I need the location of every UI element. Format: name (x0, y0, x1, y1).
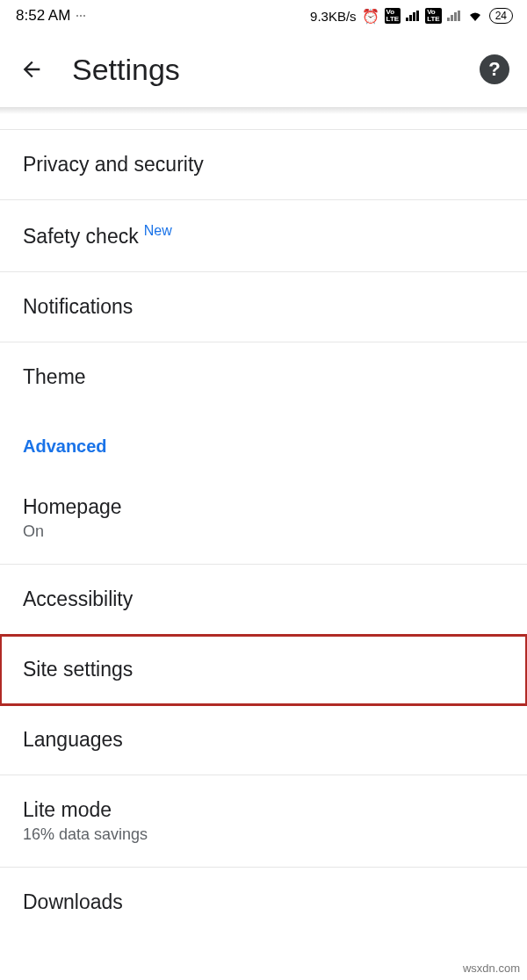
watermark: wsxdn.com (463, 962, 520, 975)
item-label: Safety checkNew (23, 223, 506, 249)
item-theme[interactable]: Theme (0, 342, 527, 412)
item-label: Homepage (23, 495, 506, 519)
status-left: 8:52 AM ⋯ (16, 7, 86, 25)
page-title: Settings (53, 53, 480, 87)
signal-icon-2 (447, 11, 461, 21)
safety-check-text: Safety check (23, 225, 139, 248)
item-label: Theme (23, 365, 506, 389)
item-label: Lite mode (23, 798, 506, 822)
battery-icon: 24 (489, 8, 513, 24)
item-downloads[interactable]: Downloads (0, 868, 527, 937)
nfc-icon: ⋯ (76, 10, 86, 22)
item-label: Languages (23, 728, 506, 752)
help-icon: ? (488, 58, 500, 81)
item-label: Notifications (23, 295, 506, 319)
app-bar: Settings ? (0, 32, 527, 107)
list-top-spacer (0, 114, 527, 130)
item-label: Accessibility (23, 587, 506, 611)
volte-icon-2: VoLTE (425, 8, 442, 24)
wifi-icon (466, 9, 484, 23)
appbar-shadow (0, 107, 527, 114)
item-site-settings[interactable]: Site settings (0, 635, 527, 705)
volte-icon: VoLTE (385, 8, 401, 24)
item-label: Downloads (23, 890, 506, 914)
item-notifications[interactable]: Notifications (0, 272, 527, 342)
help-button[interactable]: ? (480, 54, 509, 84)
item-homepage[interactable]: Homepage On (0, 472, 527, 565)
item-label: Site settings (23, 658, 506, 681)
new-badge: New (144, 223, 172, 238)
item-sublabel: 16% data savings (23, 825, 506, 844)
item-safety-check[interactable]: Safety checkNew (0, 200, 527, 272)
status-data-rate: 9.3KB/s (310, 9, 357, 24)
settings-list: Privacy and security Safety checkNew Not… (0, 130, 527, 937)
back-button[interactable] (11, 48, 53, 90)
item-privacy-security[interactable]: Privacy and security (0, 130, 527, 200)
arrow-back-icon (19, 57, 44, 82)
status-right: 9.3KB/s ⏰ VoLTE VoLTE 24 (310, 8, 513, 25)
item-languages[interactable]: Languages (0, 705, 527, 775)
alarm-icon: ⏰ (362, 8, 379, 25)
section-header-advanced: Advanced (0, 412, 527, 472)
item-label: Privacy and security (23, 153, 506, 177)
item-accessibility[interactable]: Accessibility (0, 565, 527, 635)
status-time: 8:52 AM (16, 7, 70, 25)
item-sublabel: On (23, 522, 506, 541)
item-lite-mode[interactable]: Lite mode 16% data savings (0, 775, 527, 868)
status-bar: 8:52 AM ⋯ 9.3KB/s ⏰ VoLTE VoLTE 24 (0, 0, 527, 32)
signal-icon-1 (406, 11, 420, 21)
